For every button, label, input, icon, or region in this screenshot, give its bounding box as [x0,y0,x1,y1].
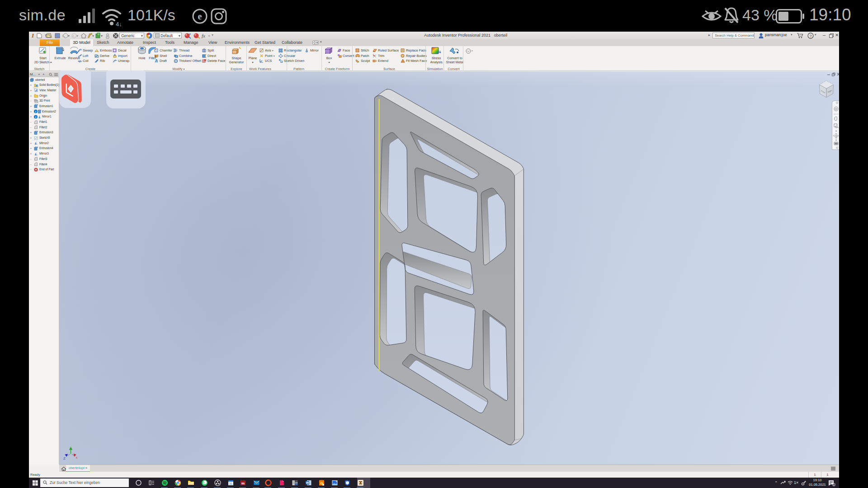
svg-text:I: I [31,32,34,39]
svg-text:＋: ＋ [207,33,211,38]
svg-text:i: i [35,115,36,118]
svg-text:a: a [155,55,156,58]
svg-text:▾: ▾ [101,34,103,38]
svg-text:4↓: 4↓ [116,21,122,26]
svg-text:▾: ▾ [76,34,78,38]
svg-text:31: 31 [229,482,233,485]
svg-text:▾: ▾ [68,34,70,38]
svg-text:W: W [306,481,309,484]
svg-text:x: x [76,455,78,460]
svg-text:Z: Z [63,456,66,460]
svg-text:fx: fx [202,33,205,38]
svg-text:i: i [35,110,36,113]
svg-text:+: + [189,33,191,36]
svg-text:▾: ▾ [92,34,94,38]
svg-text:?: ? [809,33,811,38]
svg-text:m: m [241,481,245,485]
svg-text:e: e [198,11,202,21]
